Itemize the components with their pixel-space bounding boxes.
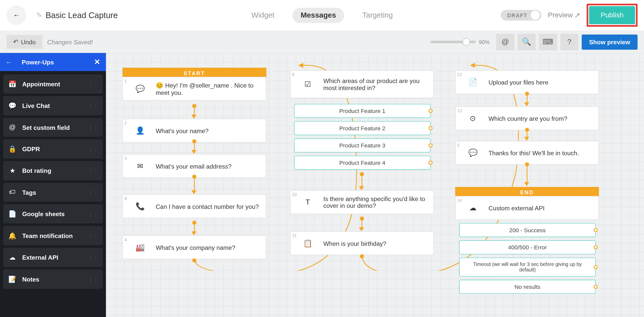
drag-handle-icon: ⋮⋮ [88, 102, 98, 109]
flow-option[interactable]: No results [459, 280, 596, 294]
flow-node[interactable]: 12 📄 Upload your files here [455, 70, 599, 94]
zoom-handle[interactable] [463, 38, 470, 46]
flow-node[interactable]: 5 💬 Thanks for this! We'll be in touch. [455, 141, 599, 165]
sidebar-item-botrating[interactable]: ★Bot rating⋮⋮ [3, 161, 103, 180]
undo-button[interactable]: ↶ Undo [7, 35, 42, 49]
option-connector[interactable] [428, 143, 432, 147]
show-preview-button[interactable]: Show preview [582, 34, 637, 49]
draft-toggle[interactable]: DRAFT [501, 10, 541, 20]
sidebar: ← Power-Ups ✕ 📅Appointment⋮⋮ 💬Live Chat⋮… [0, 53, 106, 317]
option-connector[interactable] [428, 161, 432, 165]
flow-option[interactable]: Product Feature 3 [294, 138, 430, 152]
sidebar-item-gdpr[interactable]: 🔒GDPR⋮⋮ [3, 139, 103, 159]
calendar-icon: 📅 [8, 80, 17, 88]
flow-node[interactable]: 4 🏭 What's your company name? [123, 235, 266, 259]
flow-node[interactable]: 13 ⊙ Which country are you from? [455, 106, 599, 130]
main: ← Power-Ups ✕ 📅Appointment⋮⋮ 💬Live Chat⋮… [0, 53, 644, 317]
lock-icon: 🔒 [8, 145, 17, 153]
keyboard-button[interactable]: ⌨ [539, 34, 557, 50]
tab-messages[interactable]: Messages [293, 8, 344, 23]
flow-canvas[interactable]: START 1 💬 😊 Hey! I'm @seller_name . Nice… [106, 53, 644, 317]
text-icon: T [298, 191, 317, 214]
flow-option[interactable]: Timeout (we will wait for 3 sec before g… [459, 258, 596, 276]
zoom-slider[interactable] [430, 41, 476, 43]
chat-icon: 💬 [8, 102, 17, 110]
sidebar-item-tags[interactable]: 🏷Tags⋮⋮ [3, 183, 103, 202]
help-button[interactable]: ? [560, 34, 578, 50]
drag-handle-icon: ⋮⋮ [88, 167, 98, 174]
topbar-right: DRAFT Preview ↗ Publish [501, 4, 637, 27]
option-connector[interactable] [594, 265, 598, 269]
industry-icon: 🏭 [130, 236, 150, 259]
bell-icon: 🔔 [8, 232, 17, 240]
search-icon: 🔍 [522, 37, 531, 47]
flow-node[interactable]: 10 T Is there anything specific you'd li… [290, 190, 434, 214]
publish-button[interactable]: Publish [589, 6, 635, 24]
sidebar-item-customfield[interactable]: @Set custom field⋮⋮ [3, 118, 103, 137]
sidebar-item-externalapi[interactable]: ☁External API⋮⋮ [3, 248, 103, 267]
flow-node[interactable]: 9 ☑ Which areas of our product are you m… [290, 70, 434, 98]
sidebar-item-notes[interactable]: 📝Notes⋮⋮ [3, 269, 103, 289]
sidebar-item-googlesheets[interactable]: 📄Google sheets⋮⋮ [3, 204, 103, 224]
flow-option[interactable]: Product Feature 1 [294, 104, 430, 118]
svg-marker-1 [470, 63, 475, 68]
flow-node[interactable]: 11 📋 When is your birthday? [290, 231, 434, 255]
star-icon: ★ [8, 167, 17, 175]
search-button[interactable]: 🔍 [518, 34, 536, 50]
option-connector[interactable] [594, 285, 598, 289]
calendar-icon: 📋 [298, 232, 317, 255]
flow-node[interactable]: 2 👤 What's your name? [123, 119, 266, 143]
flow-title: Basic Lead Capture [46, 11, 118, 20]
at-icon: @ [502, 37, 509, 46]
keyboard-icon: ⌨ [543, 37, 553, 47]
cloud-icon: ☁ [8, 254, 17, 261]
tab-widget[interactable]: Widget [243, 8, 283, 23]
preview-link[interactable]: Preview ↗ [548, 11, 580, 19]
sidebar-item-teamnotification[interactable]: 🔔Team notification⋮⋮ [3, 226, 103, 245]
mail-icon: ✉ [130, 154, 150, 177]
sidebar-back-icon[interactable]: ← [6, 59, 12, 66]
secondbar: ↶ Undo Changes Saved! 90% @ 🔍 ⌨ ? Show p… [0, 31, 644, 53]
flow-node[interactable]: 8 📞 Can I have a contact number for you? [123, 194, 266, 218]
flow-option[interactable]: Product Feature 4 [294, 156, 430, 170]
arrow-left-icon: ← [13, 12, 20, 19]
flow-node[interactable]: 14 ☁ Custom external API [455, 196, 599, 220]
saved-status: Changes Saved! [47, 38, 93, 46]
sidebar-item-livechat[interactable]: 💬Live Chat⋮⋮ [3, 96, 103, 115]
option-connector[interactable] [428, 109, 432, 113]
at-button[interactable]: @ [496, 34, 514, 50]
toggle-knob [531, 11, 540, 20]
topbar: ← ✎ Basic Lead Capture Widget Messages T… [0, 0, 644, 31]
draft-label: DRAFT [507, 12, 527, 18]
sidebar-close-icon[interactable]: ✕ [94, 58, 100, 67]
drag-handle-icon: ⋮⋮ [88, 189, 98, 195]
expand-icon: ⊙ [463, 107, 482, 130]
svg-marker-0 [298, 63, 303, 68]
pencil-icon[interactable]: ✎ [36, 11, 42, 20]
external-link-icon: ↗ [574, 11, 580, 19]
flow-option[interactable]: Product Feature 2 [294, 121, 430, 135]
back-button[interactable]: ← [7, 5, 26, 25]
sidebar-items: 📅Appointment⋮⋮ 💬Live Chat⋮⋮ @Set custom … [0, 71, 106, 292]
option-connector[interactable] [428, 126, 432, 130]
undo-icon: ↶ [13, 38, 18, 46]
flow-node[interactable]: 3 ✉ What's your email address? [123, 154, 266, 178]
sidebar-title: Power-Ups [22, 59, 54, 66]
drag-handle-icon: ⋮⋮ [88, 81, 98, 87]
secondbar-right: 90% @ 🔍 ⌨ ? Show preview [430, 34, 637, 50]
option-connector[interactable] [594, 228, 598, 232]
flow-option[interactable]: 400/500 - Error [459, 240, 596, 254]
list-icon: ☑ [298, 71, 317, 98]
sidebar-item-appointment[interactable]: 📅Appointment⋮⋮ [3, 74, 103, 94]
tab-targeting[interactable]: Targeting [354, 8, 401, 23]
flow-node[interactable]: 1 💬 😊 Hey! I'm @seller_name . Nice to me… [123, 77, 266, 101]
question-icon: ? [567, 37, 571, 46]
person-icon: 👤 [130, 119, 150, 142]
option-connector[interactable] [594, 245, 598, 249]
drag-handle-icon: ⋮⋮ [88, 211, 98, 217]
phone-icon: 📞 [130, 195, 150, 218]
header-tabs: Widget Messages Targeting [243, 8, 401, 23]
flow-option[interactable]: 200 - Success [459, 223, 596, 237]
cloud-icon: ☁ [463, 196, 482, 219]
publish-highlight: Publish [587, 4, 637, 27]
